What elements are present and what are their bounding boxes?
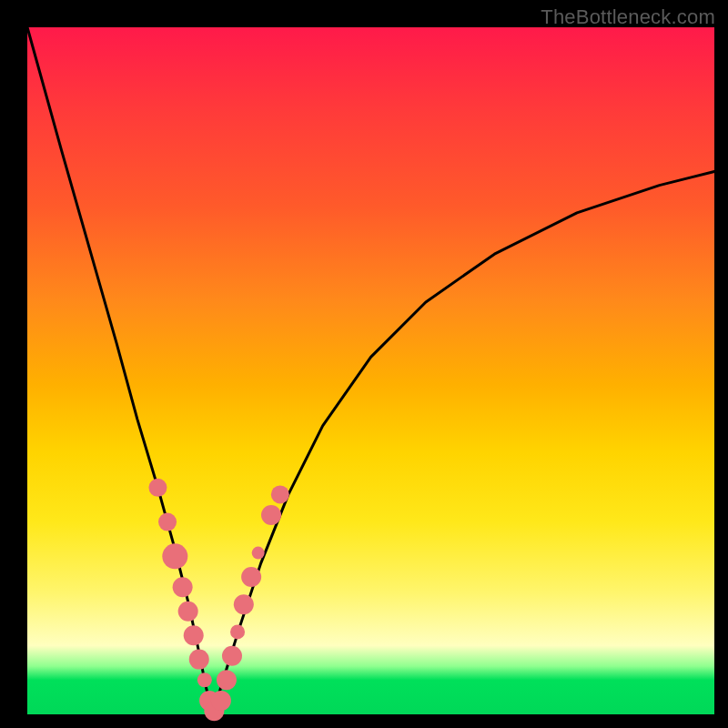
marker-point <box>230 624 245 639</box>
marker-point <box>222 646 242 666</box>
marker-point <box>148 479 167 497</box>
marker-point <box>211 691 231 711</box>
curve-right-branch <box>213 172 714 714</box>
marker-point <box>173 577 193 597</box>
marker-point <box>184 625 204 645</box>
marker-point <box>241 567 261 587</box>
marker-point <box>197 672 212 687</box>
watermark-text: TheBottleneck.com <box>541 5 715 29</box>
marker-point <box>252 547 265 560</box>
marker-point <box>178 602 198 622</box>
marker-point <box>217 670 237 690</box>
marker-point <box>234 594 254 614</box>
marker-point <box>271 485 289 503</box>
marker-point <box>158 513 177 531</box>
chart-frame: TheBottleneck.com <box>0 0 728 728</box>
marker-point <box>189 650 209 670</box>
marker-point <box>261 505 281 525</box>
chart-svg <box>27 27 714 714</box>
marker-point <box>162 543 187 569</box>
